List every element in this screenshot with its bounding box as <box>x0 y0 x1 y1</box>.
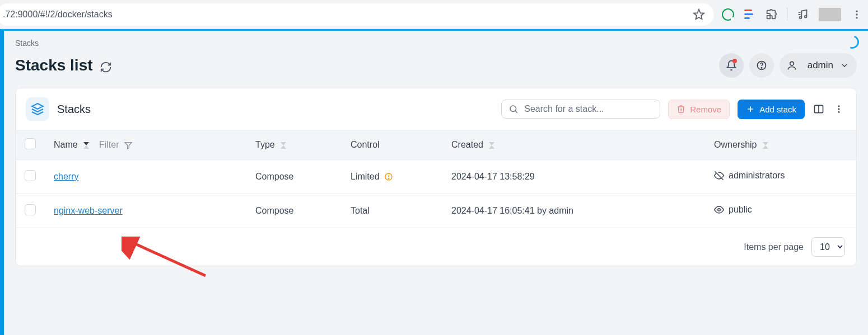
row-checkbox[interactable] <box>25 204 36 215</box>
card-title: Stacks <box>57 103 91 116</box>
help-button[interactable] <box>749 53 774 78</box>
cell-ownership: administrators <box>714 171 785 181</box>
stacks-card: Stacks Remove Add stack <box>15 88 857 266</box>
cell-type: Compose <box>246 194 342 228</box>
svg-point-30 <box>388 178 389 179</box>
col-name[interactable]: Name Filter <box>45 130 246 160</box>
browser-extensions <box>714 8 864 21</box>
user-menu[interactable]: admin <box>780 53 857 78</box>
cell-ownership: public <box>714 205 752 215</box>
header-actions: admin <box>719 53 857 78</box>
svg-point-16 <box>838 105 840 107</box>
svg-point-8 <box>790 62 794 65</box>
user-name: admin <box>808 60 833 71</box>
breadcrumb[interactable]: Stacks <box>15 39 857 48</box>
svg-point-17 <box>838 108 840 110</box>
filter-label[interactable]: Filter <box>99 140 119 149</box>
page-title: Stacks list <box>15 56 112 74</box>
cell-control: Total <box>342 194 442 228</box>
app-viewport: Stacks Stacks list admin <box>0 29 868 335</box>
page-title-text: Stacks list <box>15 56 93 74</box>
svg-point-3 <box>856 10 857 12</box>
col-ownership[interactable]: Ownership <box>705 130 856 160</box>
svg-point-18 <box>838 111 840 113</box>
address-bar[interactable]: .72:9000/#!/2/docker/stacks <box>0 3 714 26</box>
trash-icon <box>676 105 685 114</box>
notifications-button[interactable] <box>719 53 744 78</box>
browser-toolbar: .72:9000/#!/2/docker/stacks <box>0 0 868 29</box>
table-row: cherry Compose Limited 2024-04-17 13:58:… <box>16 160 856 194</box>
refresh-icon[interactable] <box>100 59 112 72</box>
table-row: nginx-web-server Compose Total 2024-04-1… <box>16 194 856 228</box>
search-input[interactable] <box>524 104 653 114</box>
svg-point-10 <box>510 106 516 112</box>
svg-point-5 <box>856 17 857 18</box>
sort-name-icon <box>83 141 89 150</box>
columns-icon[interactable] <box>813 103 825 115</box>
cell-type: Compose <box>246 160 342 194</box>
grammarly-icon[interactable] <box>722 8 734 21</box>
search-icon <box>508 104 519 114</box>
svg-point-1 <box>800 16 802 18</box>
svg-marker-21 <box>125 142 132 148</box>
sort-created-icon <box>489 141 494 150</box>
profile-block[interactable] <box>819 8 841 21</box>
stack-link[interactable]: cherry <box>54 172 78 181</box>
add-stack-button[interactable]: Add stack <box>738 100 805 119</box>
svg-marker-25 <box>489 145 494 149</box>
col-created[interactable]: Created <box>442 130 705 160</box>
loading-spinner-icon <box>843 33 861 51</box>
stacks-table: Name Filter Type <box>16 130 856 228</box>
col-type[interactable]: Type <box>246 130 342 160</box>
card-header: Stacks Remove Add stack <box>16 88 856 130</box>
row-checkbox[interactable] <box>25 170 36 181</box>
url-text: .72:9000/#!/2/docker/stacks <box>3 10 692 20</box>
todoist-icon[interactable] <box>743 8 755 21</box>
select-all-checkbox[interactable] <box>25 138 36 149</box>
cell-control: Limited <box>351 172 393 182</box>
extensions-icon[interactable] <box>764 8 778 21</box>
table-header-row: Name Filter Type <box>16 130 856 160</box>
add-stack-label: Add stack <box>759 105 796 114</box>
eye-icon <box>714 205 724 215</box>
more-icon[interactable] <box>833 103 845 115</box>
divider <box>787 8 787 21</box>
filter-icon[interactable] <box>124 141 133 150</box>
svg-marker-9 <box>32 103 43 109</box>
svg-line-11 <box>516 111 517 112</box>
card-footer: Items per page 10 <box>16 228 856 266</box>
svg-point-4 <box>856 13 857 15</box>
chevron-down-icon <box>840 61 849 70</box>
svg-marker-27 <box>763 145 768 149</box>
media-controls-icon[interactable] <box>796 8 810 21</box>
star-icon[interactable] <box>692 8 706 21</box>
page-header: Stacks list admin <box>15 53 857 78</box>
stack-link[interactable]: nginx-web-server <box>54 206 123 215</box>
plus-icon <box>746 105 755 114</box>
cell-created: 2024-04-17 16:05:41 by admin <box>442 194 705 228</box>
search-input-wrap[interactable] <box>501 100 660 119</box>
notification-dot-icon <box>732 59 737 63</box>
svg-point-32 <box>718 209 721 211</box>
remove-label: Remove <box>690 105 721 114</box>
warning-icon <box>384 172 393 181</box>
svg-marker-0 <box>694 9 704 18</box>
eye-off-icon <box>714 171 724 181</box>
svg-point-7 <box>761 68 762 68</box>
svg-marker-23 <box>281 145 286 149</box>
sort-ownership-icon <box>763 141 768 150</box>
svg-marker-20 <box>83 145 89 149</box>
stacks-icon <box>26 97 49 121</box>
kebab-menu-icon[interactable] <box>850 8 864 21</box>
sort-type-icon <box>281 141 286 150</box>
items-per-page-select[interactable]: 10 <box>811 237 845 257</box>
cell-created: 2024-04-17 13:58:29 <box>442 160 705 194</box>
user-icon <box>783 56 801 74</box>
items-per-page-label: Items per page <box>744 242 804 252</box>
col-control: Control <box>342 130 442 160</box>
svg-point-2 <box>805 15 807 17</box>
remove-button[interactable]: Remove <box>668 100 730 119</box>
